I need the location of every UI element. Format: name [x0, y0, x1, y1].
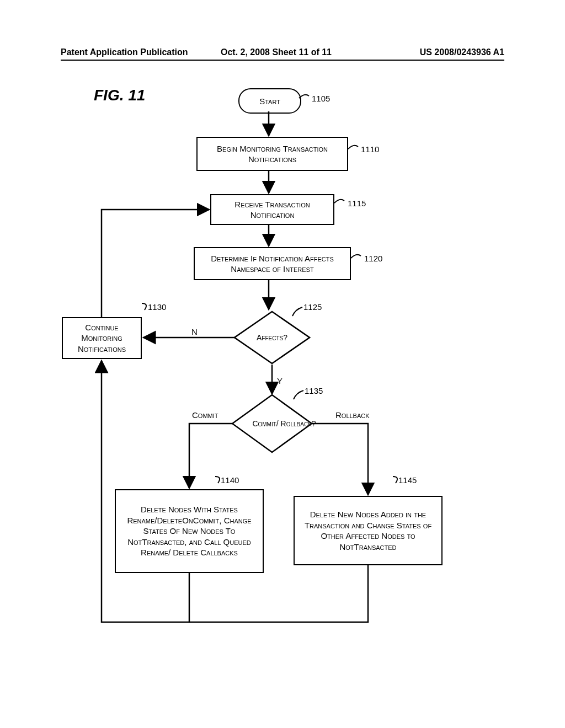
flow-arrows	[0, 0, 565, 728]
flowchart: Start 1105 Begin Monitoring Transaction …	[0, 0, 565, 728]
patent-figure-page: Patent Application Publication Oct. 2, 2…	[0, 0, 565, 728]
